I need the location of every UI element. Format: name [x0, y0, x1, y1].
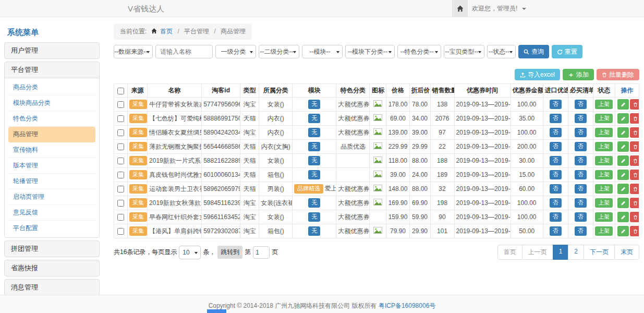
- pager-page-2[interactable]: 2: [568, 245, 584, 260]
- row-checkbox[interactable]: [117, 186, 124, 192]
- row-checkbox[interactable]: [117, 214, 124, 221]
- filter-select-status[interactable]: --状态--: [487, 45, 516, 58]
- row-checkbox[interactable]: [117, 115, 124, 122]
- icp-link[interactable]: 粤ICP备16098006号: [379, 302, 435, 309]
- table-row: 采集2019新款女秋薄款...598451162391淘宝女装(连衣裙)无大额优…: [114, 196, 639, 210]
- delete-button[interactable]: [630, 226, 639, 236]
- sidebar-item[interactable]: 版本管理: [8, 158, 95, 174]
- source-badge: 采集: [129, 142, 147, 151]
- delete-button[interactable]: [630, 127, 639, 138]
- breadcrumb-separator: /: [214, 28, 215, 35]
- search-button[interactable]: 查询: [518, 45, 549, 58]
- row-checkbox[interactable]: [117, 200, 124, 207]
- reset-button[interactable]: 重置: [552, 45, 582, 58]
- edit-icon: [621, 130, 626, 136]
- sidebar-item[interactable]: 意见反馈: [8, 205, 95, 221]
- cell-source: 采集: [128, 154, 148, 168]
- row-checkbox[interactable]: [117, 143, 124, 150]
- edit-button[interactable]: [617, 127, 629, 138]
- pager-first[interactable]: 首页: [497, 245, 523, 260]
- sidebar-panel-header[interactable]: 平台管理: [5, 62, 99, 78]
- cell-category: 内衣(): [259, 126, 293, 140]
- row-checkbox[interactable]: [117, 101, 124, 108]
- record-count-text: 共16条记录，每页显示: [114, 248, 177, 257]
- edit-button[interactable]: [617, 113, 629, 124]
- filter-select-module[interactable]: --模块--: [302, 45, 343, 58]
- delete-button[interactable]: [630, 141, 639, 152]
- filter-select-level2[interactable]: --二级分类--: [259, 45, 299, 58]
- cell-sales: 138: [430, 98, 454, 112]
- select-all-checkbox[interactable]: [117, 88, 124, 94]
- import-excel-button[interactable]: 导入excel: [515, 69, 560, 80]
- add-button[interactable]: ＋ 添加: [563, 69, 594, 80]
- delete-button[interactable]: [630, 99, 639, 110]
- edit-button[interactable]: [617, 141, 629, 152]
- edit-button[interactable]: [617, 226, 629, 236]
- user-menu[interactable]: 欢迎您，管理员!: [472, 0, 526, 17]
- cell-coupon-time: 2019-09-13—2019-09-19: [454, 154, 511, 168]
- sidebar-item[interactable]: 启动页管理: [8, 189, 95, 205]
- row-checkbox[interactable]: [117, 228, 124, 235]
- filter-select-submodule[interactable]: --模块下分类--: [345, 45, 395, 58]
- per-page-select[interactable]: 10: [179, 246, 201, 259]
- cell-must-buy: 否: [568, 196, 593, 210]
- sidebar-item[interactable]: 模块商品分类: [8, 95, 95, 111]
- cell-price: 39.00: [386, 168, 409, 182]
- jump-page-input[interactable]: [253, 246, 270, 259]
- sidebar-panel-header[interactable]: 省惠快报: [5, 260, 99, 276]
- edit-button[interactable]: [617, 99, 629, 110]
- edit-button[interactable]: [617, 184, 629, 194]
- delete-button[interactable]: [630, 113, 639, 124]
- row-checkbox[interactable]: [117, 172, 124, 178]
- row-checkbox[interactable]: [117, 158, 124, 164]
- sidebar-panel-header[interactable]: 用户管理: [5, 43, 99, 58]
- delete-button[interactable]: [630, 198, 639, 208]
- select-value: --数据来源--: [114, 47, 148, 56]
- name-search-input[interactable]: [155, 45, 213, 58]
- edit-button[interactable]: [617, 212, 629, 222]
- sidebar-item[interactable]: 轮播管理: [8, 174, 95, 189]
- cell-category: 女装(连衣裙): [259, 196, 293, 210]
- cell-category: 女装(): [259, 210, 293, 224]
- sidebar-item[interactable]: 商品分类: [8, 80, 95, 95]
- refresh-icon: [557, 49, 563, 55]
- select-value: 一级分类: [221, 47, 246, 56]
- breadcrumb-home-link[interactable]: 首页: [160, 28, 173, 35]
- pager-page-1[interactable]: 1: [553, 245, 569, 260]
- pager-last[interactable]: 末页: [614, 245, 639, 260]
- filter-select-feature[interactable]: --特色分类--: [397, 45, 441, 58]
- sidebar-panel-header[interactable]: 拼团管理: [5, 241, 99, 257]
- filter-select-item-type[interactable]: --宝贝类型--: [444, 45, 484, 58]
- pagination-summary: 共16条记录，每页显示 10 条， 跳转到 第 页: [114, 246, 280, 259]
- pager-prev[interactable]: 上一页: [522, 245, 553, 260]
- cell-module: 无: [293, 224, 336, 238]
- edit-button[interactable]: [617, 155, 629, 166]
- edit-button[interactable]: [617, 170, 629, 180]
- table-header: 必买清单: [568, 84, 593, 98]
- filter-select-level1[interactable]: 一级分类: [215, 45, 256, 58]
- delete-button[interactable]: [630, 212, 639, 222]
- trash-icon: [633, 102, 638, 107]
- sidebar-item[interactable]: 宣传物料: [8, 142, 95, 158]
- cell-taoke-id: 589620659791: [202, 182, 240, 196]
- row-checkbox[interactable]: [117, 129, 124, 136]
- edit-button[interactable]: [617, 198, 629, 208]
- sidebar-panel-header[interactable]: 消息管理: [5, 280, 99, 295]
- breadcrumb-item: 平台管理: [184, 28, 209, 35]
- home-button[interactable]: [452, 0, 468, 17]
- trash-icon: [633, 172, 638, 178]
- sidebar-item[interactable]: 平台配置: [8, 221, 95, 236]
- delete-button[interactable]: [630, 184, 639, 194]
- batch-delete-button[interactable]: 批量删除: [597, 69, 639, 80]
- sidebar-item[interactable]: 特色分类: [8, 111, 95, 127]
- cell-must-buy: 否: [568, 182, 593, 196]
- pager-next[interactable]: 下一页: [584, 245, 615, 260]
- sidebar-item[interactable]: 商品管理: [8, 127, 95, 142]
- jump-button[interactable]: 跳转到: [217, 246, 242, 259]
- filter-select-datasource[interactable]: --数据来源--: [114, 45, 153, 58]
- select-value: --特色分类--: [400, 47, 434, 56]
- delete-button[interactable]: [630, 170, 639, 180]
- delete-button[interactable]: [630, 155, 639, 166]
- edit-icon: [621, 158, 626, 164]
- source-badge: 采集: [129, 212, 147, 222]
